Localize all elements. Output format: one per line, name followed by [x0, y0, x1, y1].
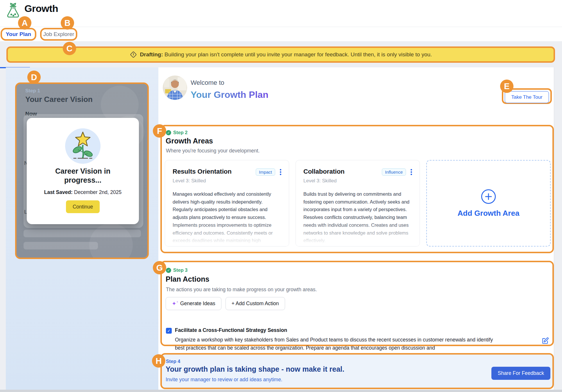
- step4-label: Step 4: [166, 359, 180, 364]
- step2-label: Step 2: [173, 130, 188, 135]
- skeleton-row: [24, 242, 98, 249]
- career-card-title: Your Career Vision: [25, 95, 93, 104]
- continue-button[interactable]: Continue: [66, 200, 100, 213]
- alert-diamond-icon: [130, 51, 137, 58]
- star-plant-illustration: [65, 128, 101, 164]
- share-section: Step 4 Your growth plan is taking shape …: [160, 353, 554, 389]
- check-circle-icon: ✓: [166, 268, 171, 273]
- modal-last-saved: Last Saved: December 2nd, 2025: [27, 189, 139, 195]
- take-the-tour-button[interactable]: Take The Tour: [505, 91, 549, 103]
- growth-areas-title: Growth Areas: [166, 137, 213, 145]
- plan-actions-title: Plan Actions: [166, 275, 210, 283]
- modal-last-saved-label: Last Saved:: [44, 189, 73, 195]
- impact-badge: Impact: [256, 168, 275, 176]
- drafting-banner-label: Drafting:: [140, 51, 163, 57]
- card-level: Level 3: Skilled: [303, 178, 412, 184]
- user-avatar: [163, 75, 187, 100]
- tab-your-plan[interactable]: Your Plan: [1, 28, 36, 41]
- kebab-menu-icon[interactable]: [411, 169, 412, 175]
- modal-title: Career Vision in progress...: [38, 167, 128, 185]
- growth-area-card-results-orientation[interactable]: Results Orientation Impact Level 3: Skil…: [165, 160, 289, 247]
- annotation-marker-c: C: [63, 42, 76, 55]
- plan-actions-section: ✓ Step 3 Plan Actions The actions you ar…: [160, 261, 554, 346]
- tab-job-explorer[interactable]: Job Explorer: [40, 28, 77, 41]
- welcome-title: Your Growth Plan: [191, 89, 269, 100]
- growth-area-cards: Results Orientation Impact Level 3: Skil…: [165, 160, 551, 247]
- annotation-marker-d: D: [27, 71, 41, 84]
- bottom-edge-strip: [0, 390, 562, 392]
- add-custom-action-button[interactable]: + Add Custom Action: [225, 297, 285, 310]
- influence-badge: Influence: [382, 168, 406, 176]
- card-description: Manages workload effectively and consist…: [173, 190, 281, 244]
- growth-area-card-collaboration[interactable]: Collaboration Influence Level 3: Skilled…: [296, 160, 420, 247]
- skeleton-row: [24, 230, 141, 237]
- career-step-label: Step 1: [25, 88, 40, 94]
- career-vision-card[interactable]: Step 1 Your Career Vision Now N L: [15, 82, 149, 259]
- annotation-marker-a: A: [18, 16, 31, 30]
- annotation-marker-h: H: [152, 354, 165, 368]
- drafting-banner-message: Building your plan isn't complete until …: [164, 51, 432, 57]
- drafting-banner: Drafting: Building your plan isn't compl…: [6, 46, 555, 63]
- generate-ideas-label: Generate Ideas: [180, 301, 215, 307]
- plan-action-buttons: ✦ Generate Ideas + Add Custom Action: [166, 297, 285, 310]
- share-for-feedback-button[interactable]: Share For Feedback: [491, 367, 550, 380]
- share-title: Your growth plan is taking shape - now m…: [166, 365, 344, 373]
- growth-areas-subtitle: Where you're focusing your development.: [166, 148, 259, 154]
- right-divider: [554, 67, 554, 390]
- career-vision-modal: Career Vision in progress... Last Saved:…: [27, 118, 139, 224]
- step3-label: Step 3: [173, 267, 188, 273]
- drafting-banner-text: Drafting: Building your plan isn't compl…: [140, 51, 432, 58]
- add-growth-area-label: Add Growth Area: [458, 209, 520, 218]
- add-growth-area-button[interactable]: Add Growth Area: [426, 160, 551, 247]
- app-window: Growth Your Plan Job Explorer Drafting: …: [0, 0, 562, 392]
- card-title: Results Orientation: [173, 168, 232, 175]
- action-description: Organize a workshop with key stakeholder…: [175, 336, 503, 352]
- share-subtitle: Invite your manager to review or add ide…: [166, 377, 282, 383]
- card-title: Collaboration: [303, 168, 345, 175]
- annotation-marker-b: B: [61, 16, 74, 30]
- card-level: Level 3: Skilled: [173, 178, 281, 184]
- app-header: Growth: [0, 0, 562, 27]
- add-custom-action-label: + Add Custom Action: [232, 301, 279, 307]
- kebab-menu-icon[interactable]: [280, 169, 281, 175]
- step3-row: ✓ Step 3: [166, 267, 188, 273]
- growth-flask-logo-icon: [5, 2, 21, 19]
- modal-last-saved-value: December 2nd, 2025: [74, 189, 121, 195]
- action-checkbox[interactable]: ✓: [166, 328, 172, 334]
- plan-actions-subtitle: The actions you are taking to make progr…: [166, 287, 317, 293]
- annotation-marker-e: E: [500, 80, 513, 93]
- sparkles-icon: ✦: [172, 301, 178, 307]
- annotation-marker-g: G: [153, 261, 166, 274]
- plus-circle-icon: [481, 189, 496, 204]
- step2-row: ✓ Step 2: [166, 130, 188, 135]
- check-circle-icon: ✓: [166, 130, 171, 135]
- edit-pencil-icon[interactable]: [541, 337, 549, 345]
- card-description: Builds trust by delivering on commitment…: [303, 190, 412, 244]
- decor-circle: [89, 223, 133, 259]
- annotation-marker-f: F: [153, 124, 166, 138]
- action-item: ✓ Facilitate a Cross-Functional Strategy…: [166, 327, 544, 352]
- app-title: Growth: [24, 3, 58, 14]
- welcome-eyebrow: Welcome to: [191, 79, 224, 87]
- action-title: Facilitate a Cross-Functional Strategy S…: [175, 327, 544, 333]
- growth-areas-section: ✓ Step 2 Growth Areas Where you're focus…: [160, 125, 554, 253]
- tab-bar: Your Plan Job Explorer: [0, 27, 562, 41]
- generate-ideas-button[interactable]: ✦ Generate Ideas: [166, 297, 221, 310]
